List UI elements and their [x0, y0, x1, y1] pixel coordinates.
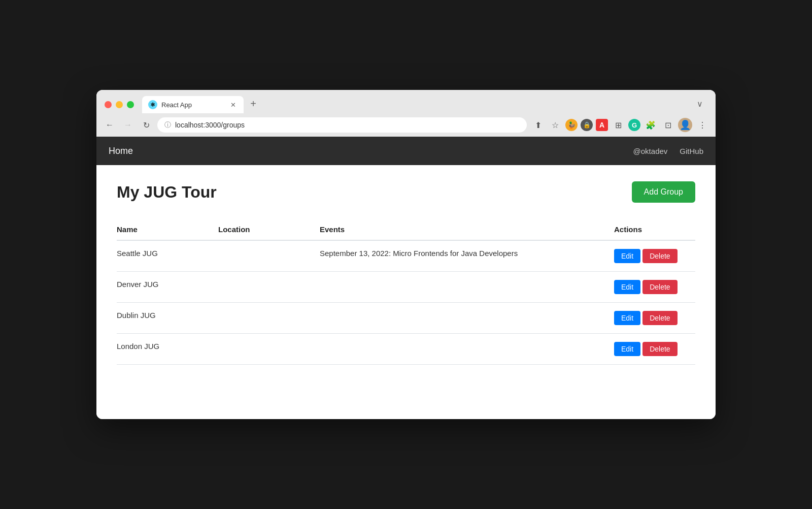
cell-location-3	[218, 334, 320, 365]
app-main: My JUG Tour Add Group Name Location Even…	[96, 165, 716, 419]
new-tab-button[interactable]: +	[246, 96, 261, 111]
cell-name-0: Seattle JUG	[117, 240, 218, 272]
cell-actions-2: Edit Delete	[614, 303, 695, 334]
action-buttons-1: Edit Delete	[614, 280, 695, 294]
address-info-icon: ⓘ	[164, 120, 171, 130]
toolbar-actions: ⬆ ☆ 🦆 🔒 A ⊞ G 🧩 ⊡ 👤 ⋮	[531, 118, 709, 132]
nav-link-github[interactable]: GitHub	[680, 147, 703, 155]
cell-events-3	[320, 334, 614, 365]
edit-button-1[interactable]: Edit	[614, 280, 640, 294]
app-navbar: Home @oktadev GitHub	[96, 137, 716, 165]
extensions-icon[interactable]: 🧩	[644, 118, 658, 132]
minimize-traffic-light[interactable]	[116, 101, 123, 108]
cell-name-2: Dublin JUG	[117, 303, 218, 334]
action-buttons-2: Edit Delete	[614, 311, 695, 325]
col-header-events: Events	[320, 219, 614, 240]
action-buttons-0: Edit Delete	[614, 249, 695, 263]
cell-location-2	[218, 303, 320, 334]
url-text: localhost:3000/groups	[175, 121, 520, 129]
grammarly-icon[interactable]: G	[628, 119, 640, 131]
nav-brand[interactable]: Home	[109, 146, 133, 156]
browser-titlebar: ⚛ React App ✕ + ∨	[96, 90, 716, 113]
profile-avatar[interactable]: 👤	[678, 118, 692, 132]
refresh-button[interactable]: ↻	[139, 118, 153, 132]
lock-icon[interactable]: 🔒	[581, 119, 593, 131]
tab-close-button[interactable]: ✕	[228, 100, 238, 109]
cell-actions-0: Edit Delete	[614, 240, 695, 272]
close-traffic-light[interactable]	[105, 101, 112, 108]
edit-button-0[interactable]: Edit	[614, 249, 640, 263]
table-row: Seattle JUG September 13, 2022: Micro Fr…	[117, 240, 695, 272]
back-button[interactable]: ←	[103, 118, 117, 132]
table-row: Dublin JUG Edit Delete	[117, 303, 695, 334]
a-icon[interactable]: A	[596, 119, 608, 131]
col-header-actions: Actions	[614, 219, 695, 240]
traffic-lights	[105, 101, 134, 108]
active-tab[interactable]: ⚛ React App ✕	[142, 96, 244, 113]
tab-title: React App	[161, 101, 224, 109]
browser-toolbar: ← → ↻ ⓘ localhost:3000/groups ⬆ ☆ 🦆 🔒 A …	[96, 113, 716, 137]
cell-location-1	[218, 272, 320, 303]
nav-link-oktadev[interactable]: @oktadev	[633, 147, 668, 155]
page-header: My JUG Tour Add Group	[117, 181, 695, 203]
layers-icon[interactable]: ⊞	[611, 118, 625, 132]
action-buttons-3: Edit Delete	[614, 342, 695, 356]
cell-events-0: September 13, 2022: Micro Frontends for …	[320, 240, 614, 272]
cell-name-3: London JUG	[117, 334, 218, 365]
col-header-name: Name	[117, 219, 218, 240]
browser-menu-icon[interactable]: ⋮	[695, 118, 709, 132]
duckduckgo-icon[interactable]: 🦆	[565, 119, 578, 131]
cell-events-1	[320, 272, 614, 303]
table-row: Denver JUG Edit Delete	[117, 272, 695, 303]
maximize-traffic-light[interactable]	[127, 101, 134, 108]
tab-menu-button[interactable]: ∨	[692, 96, 707, 111]
delete-button-3[interactable]: Delete	[642, 342, 677, 356]
delete-button-0[interactable]: Delete	[642, 249, 677, 263]
delete-button-1[interactable]: Delete	[642, 280, 677, 294]
share-icon[interactable]: ⬆	[531, 118, 545, 132]
cell-events-2	[320, 303, 614, 334]
browser-chrome: ⚛ React App ✕ + ∨ ← → ↻ ⓘ localhost:3000…	[96, 90, 716, 137]
cell-actions-3: Edit Delete	[614, 334, 695, 365]
edit-button-2[interactable]: Edit	[614, 311, 640, 325]
address-bar[interactable]: ⓘ localhost:3000/groups	[157, 117, 527, 133]
cell-actions-1: Edit Delete	[614, 272, 695, 303]
table-header-row: Name Location Events Actions	[117, 219, 695, 240]
split-screen-icon[interactable]: ⊡	[661, 118, 675, 132]
cell-name-1: Denver JUG	[117, 272, 218, 303]
nav-links: @oktadev GitHub	[633, 147, 703, 155]
add-group-button[interactable]: Add Group	[632, 181, 695, 203]
delete-button-2[interactable]: Delete	[642, 311, 677, 325]
bookmark-icon[interactable]: ☆	[548, 118, 562, 132]
groups-table: Name Location Events Actions Seattle JUG…	[117, 219, 695, 365]
table-row: London JUG Edit Delete	[117, 334, 695, 365]
edit-button-3[interactable]: Edit	[614, 342, 640, 356]
forward-button[interactable]: →	[121, 118, 135, 132]
cell-location-0	[218, 240, 320, 272]
tabs-bar: ⚛ React App ✕ + ∨	[142, 96, 707, 113]
tab-favicon: ⚛	[148, 100, 157, 109]
page-title: My JUG Tour	[117, 183, 217, 202]
col-header-location: Location	[218, 219, 320, 240]
browser-window: ⚛ React App ✕ + ∨ ← → ↻ ⓘ localhost:3000…	[96, 90, 716, 419]
table-head: Name Location Events Actions	[117, 219, 695, 240]
table-body: Seattle JUG September 13, 2022: Micro Fr…	[117, 240, 695, 365]
